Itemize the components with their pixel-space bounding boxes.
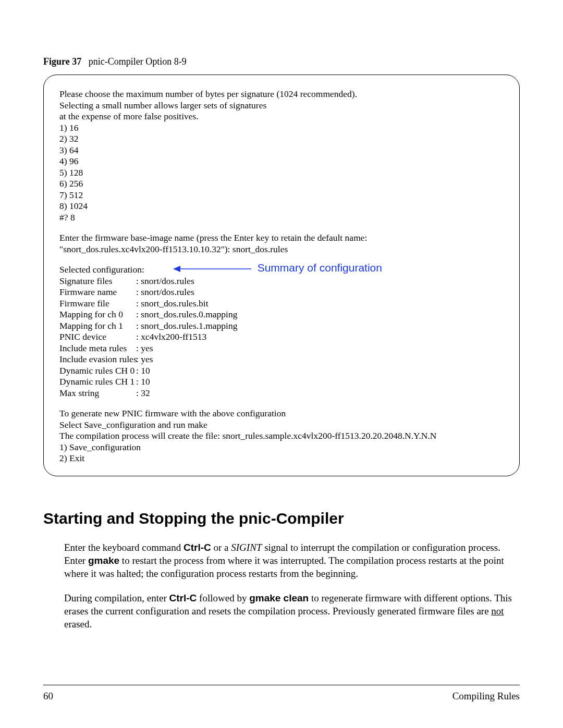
footer-line: The compilation process will create the … [59,430,504,442]
config-val: : xc4vlx200-ff1513 [136,331,504,343]
footer-title: Compiling Rules [452,690,520,702]
not-underlined: not [491,606,504,616]
figure-caption-text: pnic-Compiler Option 8-9 [89,56,187,67]
config-key: PNIC device [59,331,135,343]
config-val: : snort_dos.rules.1.mapping [136,320,504,332]
cmd-gmake: gmake [88,555,119,566]
prompt-line: #? 8 [59,212,504,224]
config-val: : yes [136,343,504,354]
firmware-prompt-line: Enter the firmware base-image name (pres… [59,232,504,244]
terminal-output-box: Please choose the maximum number of byte… [43,75,520,476]
option-line: 2) 32 [59,133,504,145]
config-key: Include evasion rules [59,354,135,365]
config-val: : 10 [136,365,504,377]
firmware-prompt-line: "snort_dos.rules.xc4vlx200-ff1513.10.10.… [59,244,504,255]
config-val: : snort_dos.rules.0.mapping [136,309,504,320]
footer-line: Select Save_configuration and run make [59,419,504,431]
config-key: Dynamic rules CH 1 [59,376,135,388]
config-val: : 10 [136,376,504,388]
intro-line: Selecting a small number allows larger s… [59,100,504,112]
config-val: : 32 [136,388,504,399]
section-heading: Starting and Stopping the pnic-Compiler [43,510,520,527]
config-key: Max string [59,388,135,399]
annotation-callout: Summary of configuration [173,261,382,275]
body-paragraph: Enter the keyboard command Ctrl-C or a S… [64,541,520,580]
option-line: 6) 256 [59,178,504,190]
footer-line: 1) Save_configuration [59,442,504,453]
config-summary-table: Signature files: snort/dos.rules Firmwar… [59,276,504,399]
body-paragraph: During compilation, enter Ctrl-C followe… [64,591,520,631]
kbd-ctrl-c: Ctrl-C [169,593,197,603]
option-line: 4) 96 [59,156,504,167]
config-key: Mapping for ch 0 [59,309,135,320]
config-val: : snort_dos.rules.bit [136,298,504,310]
page-footer: 60 Compiling Rules [43,690,520,702]
config-val: : snort/dos.rules [136,287,504,298]
config-key: Signature files [59,276,135,287]
annotation-text: Summary of configuration [258,262,382,274]
sigint-term: SIGINT [231,542,262,553]
option-line: 1) 16 [59,122,504,134]
option-line: 7) 512 [59,190,504,201]
config-key: Mapping for ch 1 [59,320,135,332]
config-val: : snort/dos.rules [136,276,504,287]
option-line: 3) 64 [59,145,504,156]
cmd-gmake-clean: gmake clean [249,593,309,603]
arrow-left-icon [173,264,251,274]
footer-line: 2) Exit [59,453,504,464]
intro-line: Please choose the maximum number of byte… [59,89,504,100]
footer-line: To generate new PNIC firmware with the a… [59,408,504,419]
config-key: Include meta rules [59,343,135,354]
option-line: 8) 1024 [59,201,504,212]
kbd-ctrl-c: Ctrl-C [183,542,211,553]
intro-line: at the expense of more false positives. [59,111,504,122]
figure-label: Figure 37 [43,56,81,67]
footer-rule [43,685,520,685]
config-key: Dynamic rules CH 0 [59,365,135,377]
figure-caption: Figure 37 pnic-Compiler Option 8-9 [43,56,520,67]
option-line: 5) 128 [59,167,504,179]
config-key: Firmware name [59,287,135,298]
config-val: : yes [136,354,504,365]
page-number: 60 [43,690,53,702]
config-key: Firmware file [59,298,135,310]
svg-marker-1 [173,266,180,272]
